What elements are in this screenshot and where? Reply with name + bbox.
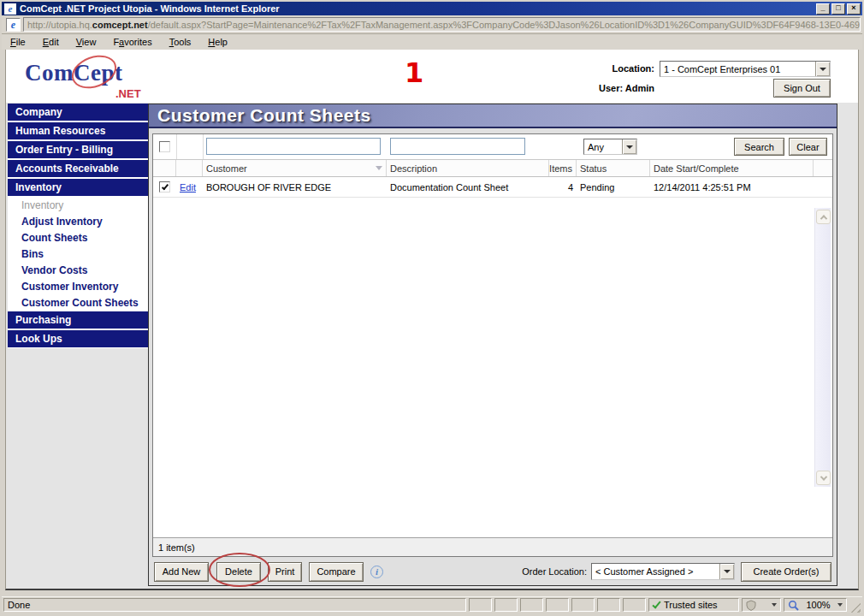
item-count-bar: 1 item(s) xyxy=(153,537,832,556)
column-status[interactable]: Status xyxy=(577,160,650,176)
sign-out-button[interactable]: Sign Out xyxy=(773,79,831,98)
statusbar-cell xyxy=(494,598,518,612)
resize-grip[interactable] xyxy=(849,601,861,613)
close-button[interactable]: × xyxy=(847,3,861,15)
scroll-up-button[interactable] xyxy=(816,210,831,224)
user-label: User: Admin xyxy=(559,83,654,93)
location-label: Location: xyxy=(559,63,654,74)
delete-button[interactable]: Delete xyxy=(216,562,261,582)
sidebar-subitem-count-sheets[interactable]: Count Sheets xyxy=(8,230,148,246)
statusbar-cell xyxy=(623,598,646,612)
info-icon[interactable]: i xyxy=(370,566,383,578)
shield-icon xyxy=(746,600,756,611)
search-row: Any Search Clear xyxy=(153,134,832,160)
sidebar-item-human-resources[interactable]: Human Resources xyxy=(8,122,148,139)
menu-edit[interactable]: Edit xyxy=(43,37,59,47)
sidebar-subitem-customer-inventory[interactable]: Customer Inventory xyxy=(8,279,148,295)
vertical-scrollbar[interactable] xyxy=(814,208,831,487)
order-location-arrow[interactable] xyxy=(719,564,734,579)
trusted-sites-label: Trusted sites xyxy=(664,600,718,610)
cell-status: Pending xyxy=(577,177,650,197)
chevron-down-icon xyxy=(724,570,731,573)
cell-customer: BOROUGH OF RIVER EDGE xyxy=(203,177,387,197)
chevron-down-icon xyxy=(820,68,826,71)
header-checkbox-col xyxy=(153,160,176,176)
url-path: /default.aspx?StartPage=Maintenance%2FTa… xyxy=(148,20,861,30)
order-location-label: Order Location: xyxy=(522,566,587,577)
smartscreen-filter-control[interactable] xyxy=(742,598,781,612)
menu-view[interactable]: View xyxy=(76,37,97,47)
annotation-number: 1 xyxy=(405,56,423,89)
window-titlebar: e ComCept .NET Project Utopia - Windows … xyxy=(2,2,862,15)
sidebar-item-order-entry-billing[interactable]: Order Entry - Billing xyxy=(8,141,148,158)
chevron-down-icon xyxy=(772,603,777,607)
row-checkbox[interactable] xyxy=(159,181,170,192)
clear-button[interactable]: Clear xyxy=(789,138,827,156)
menu-favorites[interactable]: Favorites xyxy=(113,37,151,47)
window-title: ComCept .NET Project Utopia - Windows In… xyxy=(20,3,280,14)
scroll-down-button[interactable] xyxy=(816,471,831,485)
statusbar-cell xyxy=(571,598,595,612)
table-row: Edit BOROUGH OF RIVER EDGE Documentation… xyxy=(153,177,832,198)
zoom-control[interactable]: 100% xyxy=(784,598,847,612)
menu-tools[interactable]: Tools xyxy=(169,37,192,47)
sidebar-subitem-customer-count-sheets[interactable]: Customer Count Sheets xyxy=(8,295,148,311)
create-orders-button[interactable]: Create Order(s) xyxy=(741,562,831,582)
menu-help[interactable]: Help xyxy=(208,37,228,47)
print-button[interactable]: Print xyxy=(268,562,302,582)
minimize-button[interactable]: _ xyxy=(816,3,830,15)
description-filter-input[interactable] xyxy=(390,138,525,155)
column-customer[interactable]: Customer xyxy=(203,160,387,176)
sidebar-subitem-adjust-inventory[interactable]: Adjust Inventory xyxy=(8,214,148,230)
page-viewport: ComCept .NET 1 Location: 1 - ComCept Ent… xyxy=(5,50,859,590)
status-filter-select[interactable]: Any xyxy=(583,139,637,155)
page-icon: e xyxy=(6,18,21,32)
chevron-down-icon xyxy=(837,603,843,607)
location-select-value: 1 - ComCept Enterprises 01 xyxy=(660,62,815,76)
checkmark-icon xyxy=(161,182,168,190)
chevron-down-icon xyxy=(820,473,826,480)
location-select-arrow[interactable] xyxy=(815,62,830,76)
add-new-button[interactable]: Add New xyxy=(154,562,209,582)
sidebar-item-purchasing[interactable]: Purchasing xyxy=(8,311,148,329)
window-controls: _ □ × xyxy=(814,3,862,15)
cell-date: 12/14/2011 4:25:51 PM xyxy=(650,177,814,197)
url-domain: comcept.net xyxy=(92,20,148,30)
grid-panel: Any Search Clear Customer Description It… xyxy=(152,133,833,557)
edit-link[interactable]: Edit xyxy=(180,182,196,192)
address-bar: e http://utopia.hq.comcept.net/default.a… xyxy=(2,15,862,34)
url-field[interactable]: http://utopia.hq.comcept.net/default.asp… xyxy=(23,17,861,32)
sidebar-subitem-bins[interactable]: Bins xyxy=(8,246,148,263)
comcept-logo: ComCept .NET xyxy=(18,55,163,99)
header-edit-col xyxy=(176,160,203,176)
compare-button[interactable]: Compare xyxy=(309,562,364,582)
table-header: Customer Description Items Status Date S… xyxy=(153,160,832,177)
maximize-button[interactable]: □ xyxy=(831,3,845,15)
order-location-select[interactable]: < Customer Assigned > xyxy=(591,563,735,580)
column-date[interactable]: Date Start/Complete xyxy=(650,160,814,176)
menu-bar: File Edit View Favorites Tools Help xyxy=(2,34,862,50)
sidebar-subitem-vendor-costs[interactable]: Vendor Costs xyxy=(8,263,148,279)
select-all-checkbox[interactable] xyxy=(159,141,170,152)
location-select[interactable]: 1 - ComCept Enterprises 01 xyxy=(660,61,831,77)
column-description[interactable]: Description xyxy=(387,160,549,176)
column-items[interactable]: Items xyxy=(549,160,577,176)
sidebar-item-inventory[interactable]: Inventory xyxy=(8,179,148,196)
search-button[interactable]: Search xyxy=(734,138,784,156)
statusbar-cell xyxy=(469,598,492,612)
sort-desc-icon xyxy=(376,166,382,170)
content-panel: Customer Count Sheets Any Search Clear xyxy=(148,104,837,586)
logo-net-label: .NET xyxy=(115,87,141,100)
ie-icon: e xyxy=(4,3,16,15)
zoom-level-text: 100% xyxy=(806,600,830,610)
logo-text: ComCept xyxy=(25,60,122,86)
cell-description: Documentation Count Sheet xyxy=(387,177,549,197)
sidebar-item-company[interactable]: Company xyxy=(8,104,148,121)
sidebar-subitem-inventory: Inventory xyxy=(8,198,148,214)
menu-file[interactable]: File xyxy=(10,37,26,47)
status-filter-arrow[interactable] xyxy=(622,139,636,154)
customer-filter-input[interactable] xyxy=(206,138,381,155)
sidebar-item-look-ups[interactable]: Look Ups xyxy=(8,330,148,347)
sidebar-nav: Company Human Resources Order Entry - Bi… xyxy=(8,104,148,348)
sidebar-item-accounts-receivable[interactable]: Accounts Receivable xyxy=(8,160,148,177)
